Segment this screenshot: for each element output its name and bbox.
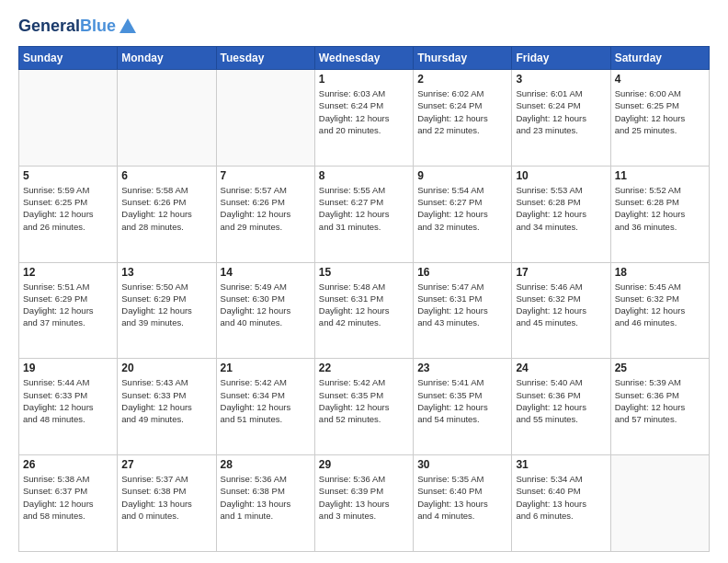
day-number: 25 — [615, 362, 705, 374]
calendar-cell: 12Sunrise: 5:51 AM Sunset: 6:29 PM Dayli… — [19, 262, 118, 359]
day-info: Sunrise: 5:46 AM Sunset: 6:32 PM Dayligh… — [516, 281, 606, 329]
calendar-cell: 11Sunrise: 5:52 AM Sunset: 6:28 PM Dayli… — [610, 166, 709, 262]
calendar-cell: 22Sunrise: 5:42 AM Sunset: 6:35 PM Dayli… — [314, 359, 413, 455]
svg-marker-0 — [119, 18, 136, 33]
day-number: 12 — [23, 266, 113, 279]
header: GeneralBlue — [18, 17, 710, 37]
day-number: 17 — [516, 266, 606, 279]
day-info: Sunrise: 5:38 AM Sunset: 6:37 PM Dayligh… — [23, 473, 113, 522]
calendar-cell: 6Sunrise: 5:58 AM Sunset: 6:26 PM Daylig… — [118, 166, 216, 262]
calendar-cell: 28Sunrise: 5:36 AM Sunset: 6:38 PM Dayli… — [216, 455, 314, 552]
day-number: 30 — [417, 458, 507, 471]
day-number: 15 — [319, 266, 409, 279]
day-number: 22 — [319, 362, 409, 374]
weekday-header: Tuesday — [216, 47, 314, 70]
day-info: Sunrise: 5:59 AM Sunset: 6:25 PM Dayligh… — [23, 184, 113, 233]
calendar-cell: 5Sunrise: 5:59 AM Sunset: 6:25 PM Daylig… — [19, 166, 118, 262]
day-info: Sunrise: 6:02 AM Sunset: 6:24 PM Dayligh… — [417, 87, 507, 136]
day-info: Sunrise: 5:51 AM Sunset: 6:29 PM Dayligh… — [23, 281, 113, 329]
day-info: Sunrise: 5:42 AM Sunset: 6:34 PM Dayligh… — [221, 376, 311, 425]
day-number: 21 — [221, 362, 311, 374]
day-number: 4 — [615, 73, 705, 86]
day-number: 14 — [221, 266, 311, 279]
day-info: Sunrise: 6:01 AM Sunset: 6:24 PM Dayligh… — [516, 87, 606, 136]
calendar-cell — [118, 70, 216, 167]
weekday-header: Sunday — [19, 47, 118, 70]
day-number: 3 — [516, 73, 606, 86]
day-number: 5 — [23, 169, 113, 182]
day-info: Sunrise: 5:52 AM Sunset: 6:28 PM Dayligh… — [615, 184, 705, 233]
day-info: Sunrise: 5:45 AM Sunset: 6:32 PM Dayligh… — [615, 281, 705, 329]
day-info: Sunrise: 5:44 AM Sunset: 6:33 PM Dayligh… — [23, 376, 113, 425]
day-info: Sunrise: 5:43 AM Sunset: 6:33 PM Dayligh… — [121, 376, 211, 425]
day-info: Sunrise: 5:36 AM Sunset: 6:38 PM Dayligh… — [221, 473, 311, 522]
calendar-cell — [610, 455, 709, 552]
calendar-cell: 7Sunrise: 5:57 AM Sunset: 6:26 PM Daylig… — [216, 166, 314, 262]
day-info: Sunrise: 5:37 AM Sunset: 6:38 PM Dayligh… — [121, 473, 211, 522]
day-number: 18 — [615, 266, 705, 279]
day-number: 8 — [319, 169, 409, 182]
calendar-cell: 16Sunrise: 5:47 AM Sunset: 6:31 PM Dayli… — [414, 262, 512, 359]
day-info: Sunrise: 5:55 AM Sunset: 6:27 PM Dayligh… — [319, 184, 409, 233]
day-info: Sunrise: 5:57 AM Sunset: 6:26 PM Dayligh… — [221, 184, 311, 233]
day-info: Sunrise: 6:03 AM Sunset: 6:24 PM Dayligh… — [319, 87, 409, 136]
day-info: Sunrise: 5:58 AM Sunset: 6:26 PM Dayligh… — [121, 184, 211, 233]
calendar-cell: 3Sunrise: 6:01 AM Sunset: 6:24 PM Daylig… — [512, 70, 610, 167]
day-info: Sunrise: 6:00 AM Sunset: 6:25 PM Dayligh… — [615, 87, 705, 136]
calendar-cell — [19, 70, 118, 167]
calendar-cell — [216, 70, 314, 167]
calendar-cell: 19Sunrise: 5:44 AM Sunset: 6:33 PM Dayli… — [19, 359, 118, 455]
day-number: 27 — [121, 458, 211, 471]
day-number: 20 — [121, 362, 211, 374]
calendar-cell: 15Sunrise: 5:48 AM Sunset: 6:31 PM Dayli… — [314, 262, 413, 359]
day-info: Sunrise: 5:53 AM Sunset: 6:28 PM Dayligh… — [516, 184, 606, 233]
logo-text: GeneralBlue — [18, 17, 116, 36]
day-number: 31 — [516, 458, 606, 471]
day-info: Sunrise: 5:36 AM Sunset: 6:39 PM Dayligh… — [319, 473, 409, 522]
calendar-cell: 30Sunrise: 5:35 AM Sunset: 6:40 PM Dayli… — [414, 455, 512, 552]
day-number: 24 — [516, 362, 606, 374]
calendar-cell: 17Sunrise: 5:46 AM Sunset: 6:32 PM Dayli… — [512, 262, 610, 359]
calendar-cell: 2Sunrise: 6:02 AM Sunset: 6:24 PM Daylig… — [414, 70, 512, 167]
day-number: 26 — [23, 458, 113, 471]
day-info: Sunrise: 5:54 AM Sunset: 6:27 PM Dayligh… — [417, 184, 507, 233]
calendar-cell: 29Sunrise: 5:36 AM Sunset: 6:39 PM Dayli… — [314, 455, 413, 552]
weekday-header: Wednesday — [314, 47, 413, 70]
calendar-cell: 14Sunrise: 5:49 AM Sunset: 6:30 PM Dayli… — [216, 262, 314, 359]
day-number: 29 — [319, 458, 409, 471]
weekday-header: Saturday — [610, 47, 709, 70]
day-info: Sunrise: 5:49 AM Sunset: 6:30 PM Dayligh… — [221, 281, 311, 329]
day-info: Sunrise: 5:42 AM Sunset: 6:35 PM Dayligh… — [319, 376, 409, 425]
day-info: Sunrise: 5:34 AM Sunset: 6:40 PM Dayligh… — [516, 473, 606, 522]
calendar-cell: 1Sunrise: 6:03 AM Sunset: 6:24 PM Daylig… — [314, 70, 413, 167]
day-number: 16 — [417, 266, 507, 279]
day-number: 1 — [319, 73, 409, 86]
calendar-cell: 21Sunrise: 5:42 AM Sunset: 6:34 PM Dayli… — [216, 359, 314, 455]
calendar-cell: 13Sunrise: 5:50 AM Sunset: 6:29 PM Dayli… — [118, 262, 216, 359]
day-info: Sunrise: 5:50 AM Sunset: 6:29 PM Dayligh… — [121, 281, 211, 329]
day-number: 10 — [516, 169, 606, 182]
weekday-header: Thursday — [414, 47, 512, 70]
day-info: Sunrise: 5:39 AM Sunset: 6:36 PM Dayligh… — [615, 376, 705, 425]
day-number: 2 — [417, 73, 507, 86]
calendar-cell: 4Sunrise: 6:00 AM Sunset: 6:25 PM Daylig… — [610, 70, 709, 167]
weekday-header: Monday — [118, 47, 216, 70]
day-info: Sunrise: 5:40 AM Sunset: 6:36 PM Dayligh… — [516, 376, 606, 425]
day-info: Sunrise: 5:48 AM Sunset: 6:31 PM Dayligh… — [319, 281, 409, 329]
day-number: 23 — [417, 362, 507, 374]
calendar-cell: 27Sunrise: 5:37 AM Sunset: 6:38 PM Dayli… — [118, 455, 216, 552]
logo: GeneralBlue — [18, 17, 138, 37]
day-number: 13 — [121, 266, 211, 279]
day-number: 7 — [221, 169, 311, 182]
calendar-cell: 25Sunrise: 5:39 AM Sunset: 6:36 PM Dayli… — [610, 359, 709, 455]
day-number: 9 — [417, 169, 507, 182]
calendar-cell: 26Sunrise: 5:38 AM Sunset: 6:37 PM Dayli… — [19, 455, 118, 552]
calendar-cell: 8Sunrise: 5:55 AM Sunset: 6:27 PM Daylig… — [314, 166, 413, 262]
logo-icon — [118, 17, 138, 37]
page: GeneralBlue SundayMondayTuesdayWednesday… — [0, 0, 728, 563]
day-number: 28 — [221, 458, 311, 471]
calendar-cell: 9Sunrise: 5:54 AM Sunset: 6:27 PM Daylig… — [414, 166, 512, 262]
calendar-table: SundayMondayTuesdayWednesdayThursdayFrid… — [18, 46, 710, 552]
day-info: Sunrise: 5:35 AM Sunset: 6:40 PM Dayligh… — [417, 473, 507, 522]
day-info: Sunrise: 5:47 AM Sunset: 6:31 PM Dayligh… — [417, 281, 507, 329]
